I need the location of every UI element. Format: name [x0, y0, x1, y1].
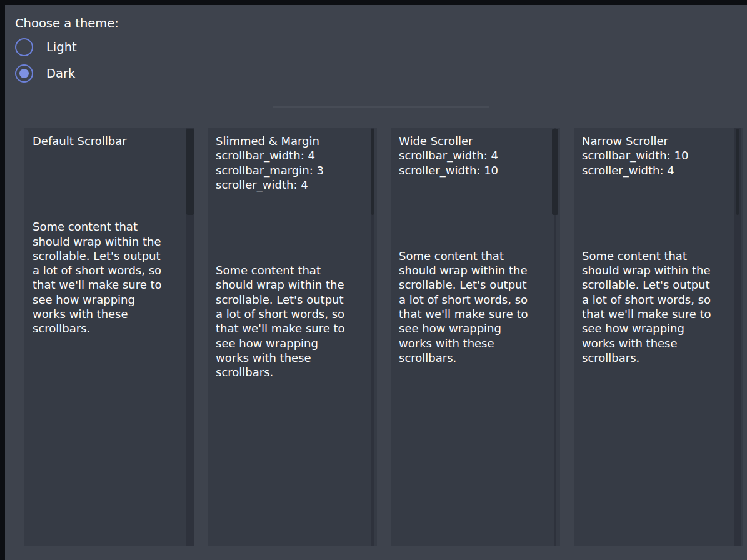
panel-header: Default Scrollbar [33, 134, 186, 148]
radio-dot [19, 42, 29, 52]
panel-header: Narrow Scroller scrollbar_width: 10 scro… [582, 134, 735, 178]
radio-dot [19, 69, 29, 78]
panel-body-text: Some content that should wrap within the… [399, 249, 552, 365]
radio-option-light[interactable]: Light [15, 38, 77, 56]
panel-body-text: Some content that should wrap within the… [33, 219, 186, 336]
radio-dark-label: Dark [46, 66, 75, 81]
panel-header: Slimmed & Margin scrollbar_width: 4 scro… [216, 134, 369, 192]
radio-light-label: Light [46, 40, 77, 54]
scrollable-panel-default[interactable]: Default Scrollbar Some content that shou… [24, 128, 194, 546]
theme-chooser: Choose a theme: Light Dark [15, 16, 747, 82]
panel-header: Wide Scroller scrollbar_width: 4 scrolle… [399, 134, 552, 178]
radio-option-dark[interactable]: Dark [15, 64, 75, 82]
scrollbar-thumb[interactable] [552, 129, 558, 215]
section-divider [273, 106, 489, 108]
scrollable-panel-wide-scroller[interactable]: Wide Scroller scrollbar_width: 4 scrolle… [391, 128, 560, 546]
panel-body-text: Some content that should wrap within the… [582, 249, 735, 365]
app-window: Choose a theme: Light Dark Default Scrol… [5, 5, 747, 546]
scrollbar-thumb[interactable] [186, 129, 194, 215]
scrollable-panel-narrow-scroller[interactable]: Narrow Scroller scrollbar_width: 10 scro… [574, 128, 743, 546]
radio-light-icon[interactable] [15, 38, 33, 56]
scrollable-panel-slimmed-margin[interactable]: Slimmed & Margin scrollbar_width: 4 scro… [208, 128, 377, 546]
scrollbar-thumb[interactable] [371, 129, 374, 215]
scrollable-columns: Default Scrollbar Some content that shou… [24, 128, 747, 546]
radio-dark-icon[interactable] [15, 64, 33, 82]
theme-chooser-label: Choose a theme: [15, 16, 747, 32]
scrollbar-thumb[interactable] [736, 129, 739, 215]
panel-body-text: Some content that should wrap within the… [216, 263, 369, 379]
